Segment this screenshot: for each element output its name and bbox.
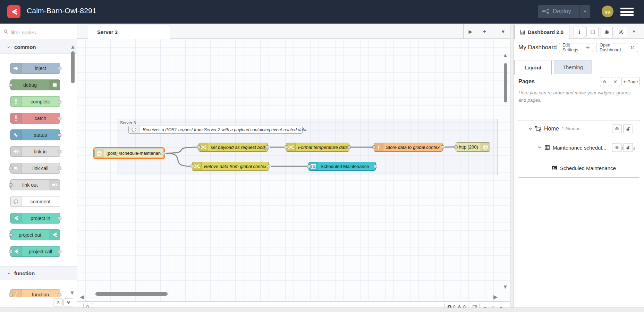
flow-node-retrive[interactable]: Retrive data from global context (192, 162, 269, 171)
canvas-scroll-right-icon[interactable]: ▶ (493, 294, 498, 300)
palette-scroll-down-icon[interactable]: ▼ (69, 290, 75, 296)
input-port[interactable] (190, 165, 194, 168)
palette-node-link-in[interactable]: link in (10, 146, 60, 157)
add-flow-button[interactable]: + (477, 28, 491, 35)
output-port[interactable] (58, 250, 61, 253)
palette-collapse-all-button[interactable] (53, 298, 63, 306)
tab-layout[interactable]: Layout (514, 60, 552, 75)
output-port[interactable] (58, 133, 61, 137)
sidebar-tabs-caret[interactable]: ▼ (632, 29, 636, 34)
palette-node-debug[interactable]: debug (10, 79, 60, 90)
canvas-scroll-up-icon[interactable]: ▲ (502, 52, 508, 58)
palette-node-inject[interactable]: inject (10, 63, 60, 74)
deploy-button[interactable]: Deploy ▼ (538, 5, 590, 18)
canvas-scroll-down-icon[interactable]: ▼ (502, 284, 508, 290)
group-unlock-button[interactable] (623, 143, 633, 152)
tab-theming[interactable]: Theming (554, 60, 592, 74)
output-port[interactable] (374, 165, 377, 168)
tree-row-group-maintenance[interactable]: 1 Widgets Maintenance schedul... (518, 137, 640, 158)
deploy-icon (542, 9, 549, 14)
palette-node-catch[interactable]: catch (10, 113, 60, 124)
palette-node-project-call[interactable]: project call (10, 246, 60, 257)
main-menu-button[interactable] (620, 8, 634, 16)
output-port[interactable] (347, 145, 351, 149)
info-tab-button[interactable]: i (574, 27, 585, 37)
palette-node-link-call[interactable]: link call (10, 163, 60, 174)
input-port[interactable] (9, 183, 12, 187)
sidebar-resize-handle[interactable] (510, 24, 514, 307)
expand-pages-button[interactable] (611, 77, 620, 86)
input-port[interactable] (307, 165, 311, 168)
comment-icon (11, 196, 22, 206)
input-port[interactable] (9, 167, 12, 170)
flow-node-set[interactable]: set payload as request body (198, 143, 268, 152)
input-port[interactable] (372, 145, 376, 149)
palette-category-common[interactable]: common (0, 40, 77, 54)
output-port[interactable] (58, 293, 61, 296)
palette-node-project-in[interactable]: project in (10, 213, 60, 224)
tab-scroll-right-icon[interactable]: ▶ (464, 29, 477, 34)
palette-node-link-out[interactable]: link out (10, 179, 60, 190)
output-port[interactable] (58, 217, 61, 220)
flow-canvas-grid[interactable]: Server 3 Receives a POST request from Se… (77, 39, 510, 301)
canvas-scroll-left-icon[interactable]: ◀ (80, 294, 84, 300)
palette-category-label: function (14, 270, 35, 276)
collap​se-pages-button[interactable] (600, 77, 609, 86)
add-page-button[interactable]: +Page (621, 77, 640, 86)
output-port[interactable] (58, 150, 61, 153)
tree-row-page-home[interactable]: Home 1 Groups (518, 120, 640, 137)
flowfuse-logo-icon[interactable] (7, 5, 20, 18)
page-unlock-button[interactable] (623, 124, 633, 133)
palette-node-comment[interactable]: comment (10, 196, 60, 207)
input-port[interactable] (9, 293, 12, 296)
palette-category-function[interactable]: function (0, 266, 77, 280)
input-port[interactable] (9, 83, 12, 87)
flow-tab-server3[interactable]: Server 3 (88, 25, 170, 39)
canvas-horizontal-scrollbar[interactable] (95, 292, 168, 296)
input-port[interactable] (9, 233, 12, 237)
palette-node-label: project call (21, 249, 60, 254)
dashboard-subtabs: Layout Theming (514, 58, 644, 74)
debug-tab-button[interactable] (601, 27, 613, 37)
open-dashboard-button[interactable]: Open Dashboard (596, 43, 638, 52)
flow-node-http200[interactable]: http (200) (456, 142, 490, 152)
help-tab-button[interactable] (586, 27, 599, 37)
palette-filter-input[interactable] (10, 28, 67, 37)
palette-scroll-up-icon[interactable]: ▲ (70, 44, 76, 50)
palette-node-complete[interactable]: complete (10, 96, 60, 107)
edit-settings-button[interactable]: Edit Settings (559, 43, 593, 52)
canvas-vertical-scrollbar[interactable] (504, 63, 507, 102)
output-port[interactable] (58, 100, 61, 103)
input-port[interactable] (197, 145, 201, 149)
deploy-options-caret[interactable]: ▼ (580, 9, 590, 14)
input-port[interactable] (285, 145, 288, 149)
flow-node-httpin[interactable]: [post] /schedule-maintenance (94, 149, 164, 158)
page-visibility-button[interactable] (612, 124, 622, 133)
palette-expand-all-button[interactable] (63, 298, 73, 306)
input-port[interactable] (9, 250, 12, 253)
palette-node-status[interactable]: status (10, 129, 60, 140)
output-port[interactable] (58, 167, 61, 170)
flow-list-caret[interactable]: ▼ (496, 29, 510, 34)
chevron-down-icon[interactable] (528, 127, 532, 131)
output-port[interactable] (266, 145, 269, 149)
tree-row-widget-scheduled-maintenance[interactable]: Scheduled Maintenance (518, 158, 640, 178)
output-port[interactable] (267, 165, 270, 168)
flow-node-table[interactable]: Scheduled Maintenance (308, 162, 376, 171)
output-port[interactable] (441, 145, 444, 149)
palette-node-project-out[interactable]: project out (10, 229, 60, 240)
node-red-editor: Calm-Barn-Owl-8291 Deploy ▼ su commoninj… (0, 0, 644, 312)
palette-scrollbar[interactable] (71, 51, 75, 83)
group-visibility-button[interactable] (612, 143, 622, 152)
sidebar-tab-dashboard[interactable]: Dashboard 2.0 (514, 25, 569, 39)
user-avatar[interactable]: su (602, 6, 613, 17)
output-port[interactable] (162, 152, 165, 155)
settings-tab-button[interactable] (615, 27, 627, 37)
flow-node-store[interactable]: fStore data to global context (374, 143, 443, 152)
output-port[interactable] (58, 117, 61, 120)
input-port[interactable] (454, 145, 458, 149)
comment-node[interactable]: Receives a POST request from Server 2 wi… (128, 126, 303, 134)
output-port[interactable] (58, 67, 61, 70)
chevron-down-icon[interactable] (537, 145, 542, 150)
flow-node-format[interactable]: Format temperature data. (286, 143, 349, 152)
